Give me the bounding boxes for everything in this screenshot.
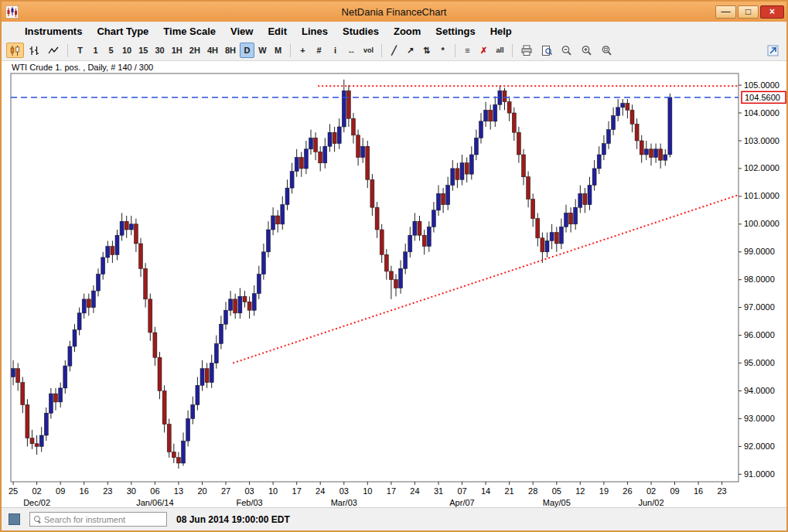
candle-body [565, 213, 568, 227]
candle-body [148, 299, 152, 332]
search-box[interactable] [29, 512, 167, 527]
menu-help[interactable]: Help [490, 26, 512, 37]
candle-body [196, 385, 200, 404]
timescale-4h-button[interactable]: 4H [204, 43, 221, 58]
candle-body [612, 116, 616, 130]
x-axis-label: 26 [623, 486, 632, 496]
dock-panel-button[interactable] [764, 43, 782, 58]
menu-settings[interactable]: Settings [435, 26, 475, 37]
candle-body [167, 425, 171, 452]
timescale-d-button[interactable]: D [240, 43, 254, 58]
timescale-30-button[interactable]: 30 [152, 43, 168, 58]
x-axis-month-label: Jun/02 [638, 498, 663, 507]
close-button[interactable]: × [760, 5, 784, 19]
menu-edit[interactable]: Edit [268, 26, 287, 37]
candle-body [205, 369, 209, 383]
x-axis-label: 27 [221, 486, 230, 496]
menu-time-scale[interactable]: Time Scale [163, 26, 216, 37]
candle-body [44, 413, 48, 435]
channel-lines-icon[interactable]: ⇅ [419, 43, 434, 58]
chart-type-line-button[interactable] [45, 43, 63, 58]
x-axis-label: 16 [80, 486, 89, 496]
app-icon [5, 5, 19, 19]
plot-area[interactable] [11, 73, 739, 482]
candle-body [399, 268, 403, 288]
ohlc-bars-icon [29, 45, 40, 56]
line-chart-icon [48, 45, 60, 56]
candle-body [285, 188, 289, 205]
menu-instruments[interactable]: Instruments [25, 26, 82, 37]
candle-body [536, 219, 540, 238]
timescale-t-button[interactable]: T [73, 43, 87, 58]
x-axis-label: 17 [292, 486, 302, 496]
menu-studies[interactable]: Studies [343, 26, 379, 37]
trend-line-icon[interactable]: ╱ [387, 43, 401, 58]
timescale-8h-button[interactable]: 8H [222, 43, 239, 58]
candle-body [616, 107, 620, 116]
title-bar[interactable]: NetDania FinanceChart —□× [2, 2, 786, 22]
zoom-in-icon [581, 45, 593, 56]
volume-icon[interactable]: vol [360, 43, 377, 58]
candle-body [389, 271, 393, 280]
delete-all-lines-icon[interactable]: all [493, 43, 507, 58]
timescale-2h-button[interactable]: 2H [186, 43, 203, 58]
timescale-w-button[interactable]: W [255, 43, 270, 58]
menu-lines[interactable]: Lines [302, 26, 328, 37]
zoom-out-button[interactable] [558, 43, 576, 58]
zoom-reset-button[interactable] [598, 43, 616, 58]
print-icon [520, 45, 533, 56]
print-preview-button[interactable] [537, 43, 556, 58]
candle-body [299, 158, 303, 169]
candle-body [333, 132, 336, 143]
candle-body [493, 104, 497, 121]
menu-view[interactable]: View [230, 26, 253, 37]
fibonacci-line-icon[interactable]: * [435, 43, 450, 58]
delete-line-icon[interactable]: ✗ [476, 43, 491, 58]
edit-lines-icon[interactable]: ≡ [460, 43, 475, 58]
crosshair-icon[interactable]: + [295, 43, 310, 58]
search-input[interactable] [44, 515, 162, 524]
zoom-in-button[interactable] [578, 43, 596, 58]
window-title: NetDania FinanceChart [2, 6, 786, 18]
maximize-button[interactable]: □ [738, 5, 759, 19]
dock-panel-icon [767, 45, 779, 56]
candle-body [30, 438, 34, 444]
x-axis-label: 21 [504, 486, 513, 496]
timescale-m-button[interactable]: M [271, 43, 285, 58]
x-axis-label: 03 [339, 486, 349, 496]
candle-body [337, 127, 341, 144]
x-axis-label: 09 [670, 486, 679, 496]
candle-body [380, 230, 384, 254]
y-axis-label: 104.0000 [744, 108, 779, 118]
timescale-5-button[interactable]: 5 [104, 43, 118, 58]
menu-chart-type[interactable]: Chart Type [97, 26, 148, 37]
candle-body [267, 230, 271, 252]
ray-line-icon[interactable]: ↗ [403, 43, 418, 58]
chart-canvas[interactable]: 105.0000104.0000103.0000102.0000101.0000… [2, 61, 786, 507]
x-axis-label: 24 [410, 486, 419, 496]
chart-type-bar-button[interactable] [26, 43, 43, 58]
x-axis-label: 23 [103, 486, 112, 496]
menu-zoom[interactable]: Zoom [394, 26, 421, 37]
candle-body [366, 146, 370, 179]
x-axis-label: 03 [244, 486, 254, 496]
expand-horizontal-icon[interactable]: ↔ [344, 43, 359, 58]
minimize-button[interactable]: — [715, 5, 736, 19]
timescale-10-button[interactable]: 10 [119, 43, 135, 58]
info-icon[interactable]: i [328, 43, 343, 58]
timescale-15-button[interactable]: 15 [135, 43, 151, 58]
grid-icon[interactable]: # [312, 43, 326, 58]
candle-body [271, 216, 275, 230]
candle-body [432, 210, 435, 227]
chart-type-candlestick-button[interactable] [6, 43, 24, 58]
candle-body [153, 332, 157, 357]
timescale-1-button[interactable]: 1 [88, 43, 103, 58]
candle-body [630, 110, 634, 124]
print-button[interactable] [517, 43, 536, 58]
candlestick-icon [9, 45, 21, 56]
candle-body [101, 257, 105, 275]
x-axis-label: 12 [575, 486, 585, 496]
candle-body [319, 152, 322, 162]
candle-body [295, 158, 298, 172]
timescale-1h-button[interactable]: 1H [169, 43, 186, 58]
